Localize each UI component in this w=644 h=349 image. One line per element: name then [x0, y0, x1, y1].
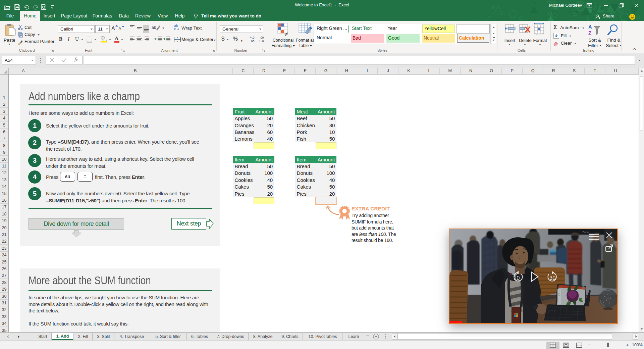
svg-text:Z: Z [588, 30, 591, 36]
svg-text:.00: .00 [250, 40, 255, 43]
svg-text:ab: ab [152, 25, 156, 30]
svg-text:.0: .0 [261, 40, 264, 43]
svg-text:.0: .0 [252, 36, 255, 39]
svg-text:10: 10 [514, 275, 520, 281]
svg-text:A: A [588, 24, 592, 30]
svg-text:30: 30 [549, 275, 555, 281]
svg-text:≠: ≠ [284, 30, 288, 36]
svg-text:c: c [174, 27, 176, 31]
svg-text:.00: .00 [260, 36, 264, 39]
